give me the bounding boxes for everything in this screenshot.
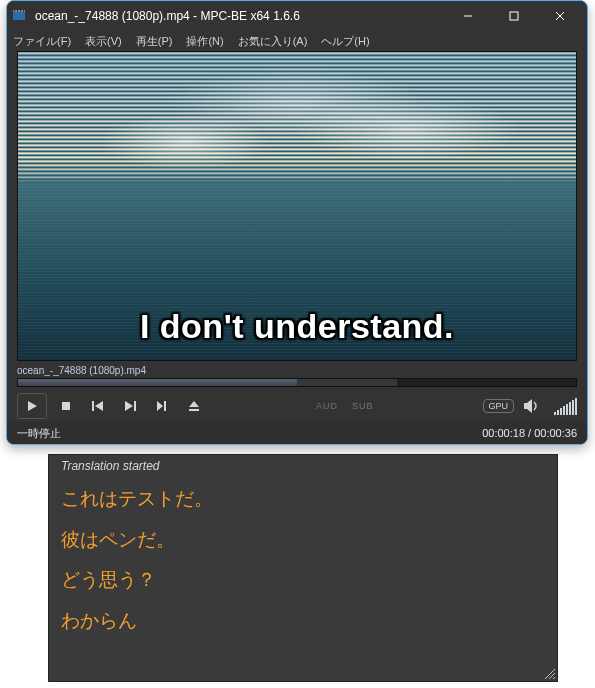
menu-fav[interactable]: お気に入り(A) [238,34,308,49]
minimize-button[interactable] [445,1,491,31]
seekbar-label: ocean_-_74888 (1080p).mp4 [17,365,577,376]
translation-panel: Translation started これはテストだ。 彼はペンだ。 どう思う… [48,454,558,682]
window-buttons [445,1,583,31]
play-button[interactable] [17,393,47,419]
translation-header: Translation started [61,459,545,473]
svg-rect-19 [189,409,199,411]
svg-rect-5 [23,10,24,12]
menubar: ファイル(F) 表示(V) 再生(P) 操作(N) お気に入り(A) ヘルプ(H… [7,31,587,51]
statusbar: 一時停止 00:00:18 / 00:00:36 [7,422,587,444]
maximize-button[interactable] [491,1,537,31]
player-window: ocean_-_74888 (1080p).mp4 - MPC-BE x64 1… [6,0,588,445]
svg-marker-20 [524,399,532,413]
menu-play[interactable]: 再生(P) [136,34,173,49]
resize-grip[interactable] [541,665,555,679]
controls: AUD SUB GPU [17,391,577,421]
eject-button[interactable] [181,394,207,418]
menu-view[interactable]: 表示(V) [85,34,122,49]
app-icon [11,8,27,24]
svg-line-23 [553,677,555,679]
svg-marker-13 [95,401,103,411]
next-button[interactable] [117,394,143,418]
svg-rect-17 [164,401,166,411]
translation-line: わからん [61,609,545,634]
subtitle-text: I don't understand. [18,307,576,346]
video-area[interactable]: I don't understand. [17,51,577,361]
svg-marker-14 [125,401,133,411]
volume-slider[interactable] [550,397,577,415]
svg-rect-0 [13,12,25,20]
svg-rect-3 [17,10,18,12]
translation-line: これはテストだ。 [61,487,545,512]
status-text: 一時停止 [17,426,61,441]
aud-indicator[interactable]: AUD [312,401,342,411]
svg-rect-15 [134,401,136,411]
window-title: ocean_-_74888 (1080p).mp4 - MPC-BE x64 1… [33,9,439,23]
svg-marker-16 [157,401,163,411]
step-button[interactable] [149,394,175,418]
close-button[interactable] [537,1,583,31]
svg-rect-4 [20,10,21,12]
seekbar-track[interactable] [17,378,577,387]
svg-marker-18 [189,401,199,407]
seekbar-progress [18,379,297,386]
menu-nav[interactable]: 操作(N) [186,34,223,49]
translation-line: 彼はペンだ。 [61,528,545,553]
prev-button[interactable] [85,394,111,418]
status-time: 00:00:18 / 00:00:36 [482,427,577,439]
mute-button[interactable] [520,399,544,413]
stop-button[interactable] [53,394,79,418]
titlebar[interactable]: ocean_-_74888 (1080p).mp4 - MPC-BE x64 1… [7,1,587,31]
svg-rect-7 [510,12,518,20]
svg-rect-11 [62,402,70,410]
menu-file[interactable]: ファイル(F) [13,34,71,49]
menu-help[interactable]: ヘルプ(H) [321,34,369,49]
sub-indicator[interactable]: SUB [348,401,378,411]
gpu-badge[interactable]: GPU [483,399,515,413]
svg-marker-10 [28,401,37,411]
svg-rect-12 [92,401,94,411]
sky [18,52,576,181]
svg-rect-2 [14,10,15,12]
seekbar: ocean_-_74888 (1080p).mp4 [17,365,577,387]
translation-line: どう思う？ [61,568,545,593]
